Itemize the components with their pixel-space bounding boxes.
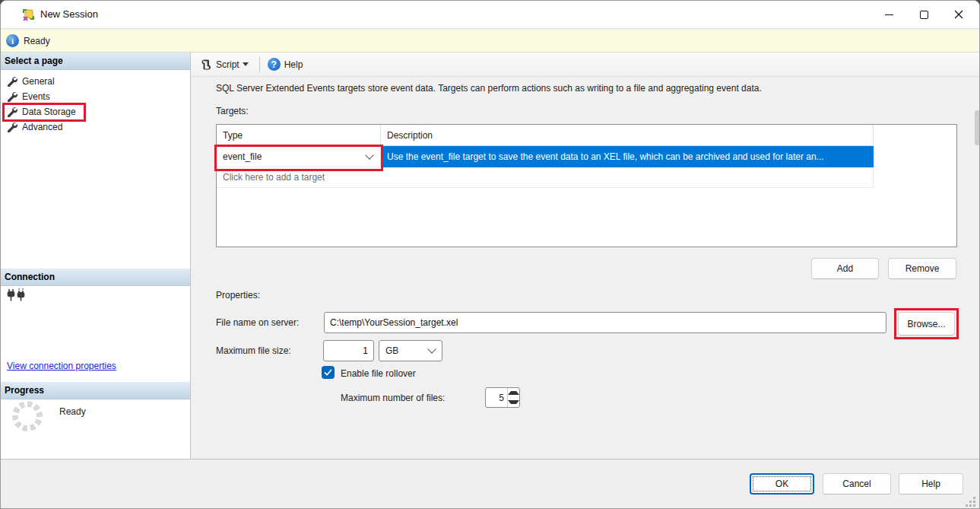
enable-file-rollover-label: Enable file rollover xyxy=(341,368,416,379)
ok-button[interactable]: OK xyxy=(750,473,814,495)
maximize-icon xyxy=(920,11,928,19)
sidebar-item-label: Events xyxy=(22,91,50,102)
toolbar-separator xyxy=(259,57,260,72)
footer-bar: OK Cancel Help xyxy=(1,459,979,509)
script-label: Script xyxy=(216,59,239,70)
sidebar-item-advanced[interactable]: Advanced xyxy=(1,119,190,135)
column-header-type[interactable]: Type xyxy=(217,125,381,146)
progress-status: Ready xyxy=(59,406,86,417)
max-file-size-label: Maximum file size: xyxy=(216,345,291,356)
view-connection-properties-link[interactable]: View connection properties xyxy=(7,361,116,371)
wrench-icon xyxy=(7,107,17,117)
connection-icon xyxy=(7,288,27,304)
intro-text: SQL Server Extended Events targets store… xyxy=(216,83,762,94)
new-session-icon xyxy=(22,8,35,21)
spinner-arrows xyxy=(507,388,519,407)
sidebar-item-events[interactable]: Events xyxy=(1,89,190,104)
vertical-scrollbar[interactable] xyxy=(975,106,980,509)
spin-down-button[interactable] xyxy=(508,398,519,408)
targets-grid: Type Description event_file Use the even… xyxy=(216,124,957,247)
connection-header: Connection xyxy=(1,269,190,286)
max-files-label: Maximum number of files: xyxy=(341,393,445,403)
wrench-icon xyxy=(7,91,17,102)
max-files-spinner[interactable]: 5 xyxy=(485,387,520,408)
progress-spinner-icon xyxy=(12,401,43,431)
arrow-down-icon xyxy=(508,400,519,404)
progress-header: Progress xyxy=(1,382,190,399)
status-strip: i Ready xyxy=(1,30,979,52)
chevron-down-icon[interactable] xyxy=(365,151,373,159)
minimize-button[interactable] xyxy=(871,1,906,28)
sidebar: Select a page General Events Data Storag… xyxy=(1,52,191,459)
close-icon xyxy=(954,10,963,19)
max-file-size-input[interactable] xyxy=(323,340,374,361)
remove-button[interactable]: Remove xyxy=(888,258,956,279)
close-button[interactable] xyxy=(941,1,976,28)
title-bar: New Session xyxy=(1,1,979,29)
help-label: Help xyxy=(284,59,303,70)
browse-button[interactable]: Browse... xyxy=(898,312,955,336)
wrench-icon xyxy=(7,76,17,87)
sidebar-item-data-storage[interactable]: Data Storage xyxy=(1,104,190,119)
script-icon xyxy=(200,59,212,71)
script-button[interactable]: Script xyxy=(197,56,255,74)
file-size-unit-value: GB xyxy=(385,345,398,356)
sidebar-item-general[interactable]: General xyxy=(1,74,190,89)
help-icon: ? xyxy=(268,58,281,71)
spin-up-button[interactable] xyxy=(508,388,519,398)
info-icon: i xyxy=(6,34,19,47)
target-type-value: event_file xyxy=(223,151,262,162)
enable-file-rollover-checkbox[interactable] xyxy=(322,366,335,379)
add-button[interactable]: Add xyxy=(811,258,879,279)
file-name-label: File name on server: xyxy=(216,317,299,328)
checkmark-icon xyxy=(324,368,332,377)
scrollbar-thumb[interactable] xyxy=(975,110,980,145)
sidebar-item-label: General xyxy=(22,76,55,87)
sidebar-item-label: Advanced xyxy=(22,122,62,132)
select-a-page-header: Select a page xyxy=(1,52,190,70)
max-files-value: 5 xyxy=(486,388,507,407)
window-title: New Session xyxy=(40,8,98,20)
arrow-up-icon xyxy=(508,391,519,395)
maximize-button[interactable] xyxy=(906,1,941,28)
script-dropdown-caret-icon xyxy=(243,62,249,66)
column-header-description[interactable]: Description xyxy=(381,125,874,146)
help-toolbar-button[interactable]: ? Help xyxy=(265,56,306,74)
resize-grip[interactable] xyxy=(965,496,975,507)
main-panel: Script ? Help SQL Server Extended Events… xyxy=(191,52,980,459)
properties-label: Properties: xyxy=(216,290,260,301)
new-session-dialog: New Session i Ready Select a page Genera… xyxy=(0,0,980,509)
wrench-icon xyxy=(7,122,17,132)
file-name-input[interactable] xyxy=(324,312,886,333)
status-text: Ready xyxy=(24,36,50,46)
add-target-placeholder-row[interactable]: Click here to add a target xyxy=(217,167,874,188)
targets-label: Targets: xyxy=(216,106,249,116)
file-size-unit-combobox[interactable]: GB xyxy=(379,340,442,361)
target-description-cell[interactable]: Use the event_file target to save the ev… xyxy=(381,146,874,167)
minimize-icon xyxy=(885,14,893,15)
cancel-button[interactable]: Cancel xyxy=(823,473,891,495)
toolbar: Script ? Help xyxy=(191,52,980,77)
target-type-combobox[interactable]: event_file xyxy=(217,146,381,167)
sidebar-item-label: Data Storage xyxy=(22,107,76,117)
chevron-down-icon[interactable] xyxy=(427,345,436,353)
help-button[interactable]: Help xyxy=(899,473,963,495)
